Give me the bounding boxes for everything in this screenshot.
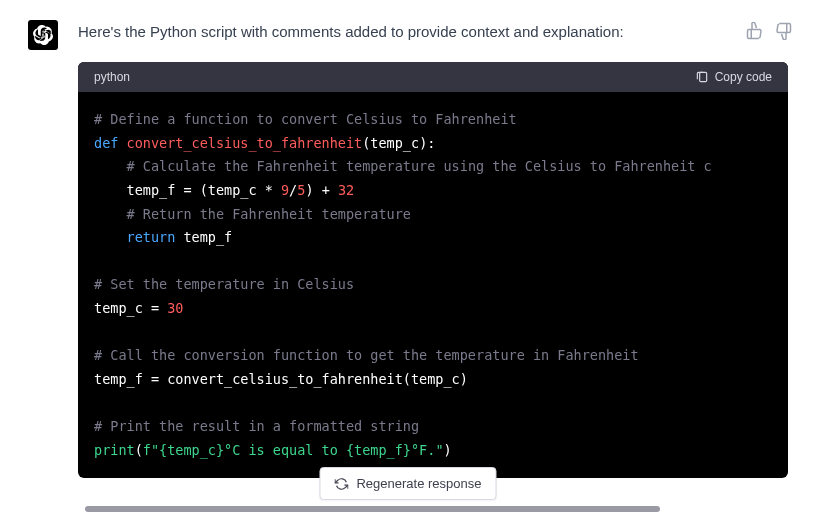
- code-line: # Return the Fahrenheit temperature: [127, 206, 411, 222]
- copy-label: Copy code: [715, 70, 772, 84]
- regenerate-button[interactable]: Regenerate response: [319, 467, 496, 500]
- scrollbar-thumb[interactable]: [85, 506, 660, 512]
- openai-logo-icon: [33, 25, 53, 45]
- code-token: return: [127, 229, 176, 245]
- code-line: # Define a function to convert Celsius t…: [94, 111, 517, 127]
- code-header: python Copy code: [78, 62, 788, 92]
- code-content[interactable]: # Define a function to convert Celsius t…: [78, 92, 788, 478]
- code-token: 32: [338, 182, 354, 198]
- horizontal-scrollbar[interactable]: [85, 506, 786, 512]
- assistant-avatar: [28, 20, 58, 50]
- code-token: convert_celsius_to_fahrenheit: [127, 135, 363, 151]
- thumbs-up-icon[interactable]: [746, 22, 764, 40]
- code-token: temp_c =: [94, 300, 167, 316]
- code-token: 30: [167, 300, 183, 316]
- copy-code-button[interactable]: Copy code: [695, 70, 772, 84]
- regenerate-label: Regenerate response: [356, 476, 481, 491]
- code-line: # Call the conversion function to get th…: [94, 347, 639, 363]
- code-language-label: python: [94, 70, 130, 84]
- code-token: f"{temp_c}°C is equal to {temp_f}°F.": [143, 442, 444, 458]
- svg-rect-0: [699, 72, 706, 81]
- code-token: print: [94, 442, 135, 458]
- code-line: # Calculate the Fahrenheit temperature u…: [127, 158, 712, 174]
- code-block: python Copy code # Define a function to …: [78, 62, 788, 478]
- message-body: Here's the Python script with comments a…: [78, 20, 788, 478]
- code-token: /: [289, 182, 297, 198]
- code-token: (: [135, 442, 143, 458]
- refresh-icon: [334, 477, 348, 491]
- thumbs-down-icon[interactable]: [774, 22, 792, 40]
- intro-text: Here's the Python script with comments a…: [78, 20, 788, 44]
- code-token: def: [94, 135, 118, 151]
- code-token: ) +: [305, 182, 338, 198]
- clipboard-icon: [695, 70, 709, 84]
- code-line: temp_f = convert_celsius_to_fahrenheit(t…: [94, 371, 468, 387]
- code-line: # Set the temperature in Celsius: [94, 276, 354, 292]
- code-line: # Print the result in a formatted string: [94, 418, 419, 434]
- code-token: (temp_c):: [362, 135, 435, 151]
- code-token: temp_f = (temp_c *: [127, 182, 281, 198]
- code-token: 9: [281, 182, 289, 198]
- assistant-message: Here's the Python script with comments a…: [0, 0, 816, 478]
- code-token: temp_f: [175, 229, 232, 245]
- code-token: ): [444, 442, 452, 458]
- feedback-buttons: [746, 22, 792, 40]
